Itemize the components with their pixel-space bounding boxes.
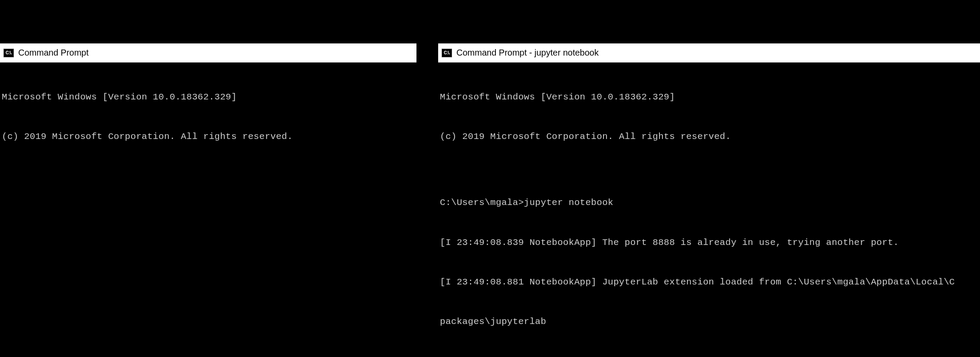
cmd-window-right: C:\. Command Prompt - jupyter notebook M… (438, 43, 980, 357)
output-line: (c) 2019 Microsoft Corporation. All righ… (440, 130, 978, 143)
titlebar-right[interactable]: C:\. Command Prompt - jupyter notebook (438, 43, 980, 63)
cmd-icon: C:\. (3, 49, 14, 57)
terminal-body-right[interactable]: Microsoft Windows [Version 10.0.18362.32… (438, 63, 980, 357)
titlebar-left[interactable]: C:\. Command Prompt (0, 43, 416, 63)
output-line: [I 23:49:08.881 NotebookApp] JupyterLab … (440, 355, 978, 357)
output-line: [I 23:49:08.839 NotebookApp] The port 88… (440, 236, 978, 249)
terminal-body-left[interactable]: Microsoft Windows [Version 10.0.18362.32… (0, 63, 416, 191)
output-line: packages\jupyterlab (440, 315, 978, 328)
output-line: Microsoft Windows [Version 10.0.18362.32… (440, 91, 978, 104)
output-line: Microsoft Windows [Version 10.0.18362.32… (2, 91, 415, 104)
output-line: (c) 2019 Microsoft Corporation. All righ… (2, 130, 415, 143)
cmd-window-left: C:\. Command Prompt Microsoft Windows [V… (0, 43, 416, 191)
window-title-right: Command Prompt - jupyter notebook (456, 48, 599, 58)
cmd-icon: C:\. (442, 49, 452, 57)
window-title-left: Command Prompt (18, 48, 88, 58)
output-line: [I 23:49:08.881 NotebookApp] JupyterLab … (440, 276, 978, 289)
prompt-line: C:\Users\mgala>jupyter notebook (440, 196, 978, 209)
